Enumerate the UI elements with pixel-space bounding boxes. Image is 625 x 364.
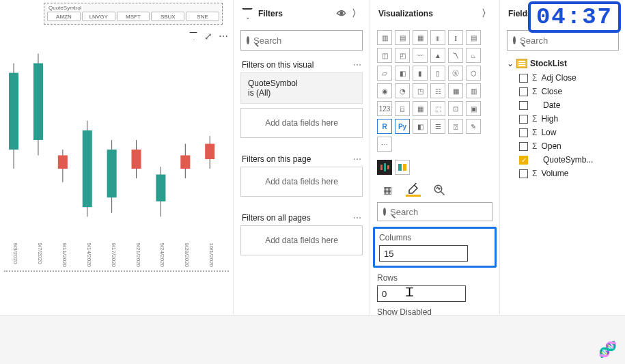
all-filter-dropwell[interactable]: Add data fields here — [240, 225, 363, 255]
custom-visual-icon[interactable] — [395, 160, 410, 175]
visualizations-pane: Visualizations 〉 ▥▤▦⫼⫿▤◫◰〰▲〽⏢▱◧▮▯㊔⬡◉◔◳☷▦… — [370, 0, 499, 364]
toggle-visibility-icon[interactable]: 👁 — [337, 8, 346, 19]
slicer-item-lnvgy[interactable]: LNVGY — [82, 12, 115, 21]
svg-rect-22 — [180, 155, 190, 169]
viz-type-icon[interactable]: ◰ — [395, 48, 410, 63]
field-row[interactable]: ΣLow — [500, 126, 625, 139]
collapse-pane-icon[interactable]: 〉 — [352, 8, 361, 20]
fields-tab-icon[interactable]: ▦ — [380, 184, 395, 197]
field-row[interactable]: ✓QuoteSymb... — [500, 153, 625, 167]
viz-type-icon[interactable]: ▯ — [430, 66, 445, 81]
svg-rect-10 — [83, 130, 92, 207]
viz-type-icon[interactable]: ▦ — [413, 101, 428, 116]
slicer-visual[interactable]: QuoteSymbol AMZNLNVGYMSFTSBUXSNE — [44, 3, 223, 25]
visual-filter-dropwell[interactable]: Add data fields here — [240, 108, 363, 138]
timer-overlay: 04:37 — [528, 1, 621, 33]
viz-type-icon[interactable]: ✎ — [466, 119, 481, 134]
section-menu-icon[interactable]: ⋯ — [353, 213, 361, 223]
report-canvas[interactable]: QuoteSymbol AMZNLNVGYMSFTSBUXSNE ⤢ ⋯ 9/3… — [0, 0, 233, 314]
columns-input[interactable] — [379, 245, 468, 262]
format-search[interactable] — [377, 202, 492, 221]
analytics-tab-icon[interactable] — [432, 184, 447, 197]
filter-card-quotesymbol[interactable]: QuoteSymbol is (All) — [240, 72, 363, 104]
viz-type-icon[interactable]: ▥ — [466, 83, 481, 98]
viz-type-icon[interactable]: ⏢ — [466, 48, 481, 63]
field-checkbox[interactable] — [519, 115, 528, 124]
viz-type-icon[interactable]: ⫼ — [430, 30, 445, 45]
collapse-pane-icon[interactable]: 〉 — [482, 8, 491, 20]
svg-text:9/3/2020: 9/3/2020 — [12, 242, 18, 264]
field-row[interactable]: ΣClose — [500, 85, 625, 98]
sigma-icon: Σ — [532, 169, 537, 178]
viz-type-icon[interactable]: ▣ — [466, 101, 481, 116]
viz-type-icon[interactable]: R — [377, 119, 392, 134]
viz-type-icon[interactable]: ▤ — [395, 30, 410, 45]
slicer-item-msft[interactable]: MSFT — [117, 12, 150, 21]
field-checkbox[interactable] — [519, 128, 528, 137]
viz-type-icon[interactable]: ⫿ — [448, 30, 463, 45]
page-filter-dropwell[interactable]: Add data fields here — [240, 167, 363, 197]
filters-section-all-title: Filters on all pages — [242, 213, 311, 223]
viz-type-icon[interactable]: ◫ — [377, 48, 392, 63]
viz-type-icon[interactable]: ☷ — [430, 83, 445, 98]
viz-type-icon[interactable]: ▤ — [466, 30, 481, 45]
viz-type-icon[interactable]: ▲ — [430, 48, 445, 63]
section-menu-icon[interactable]: ⋯ — [353, 60, 361, 70]
field-checkbox[interactable]: ✓ — [519, 156, 528, 165]
viz-type-icon[interactable]: ⋯ — [377, 137, 392, 152]
field-checkbox[interactable] — [519, 169, 528, 178]
slicer-item-amzn[interactable]: AMZN — [47, 12, 81, 21]
candlestick-visual-icon[interactable] — [377, 160, 392, 175]
viz-type-icon[interactable]: 123 — [377, 101, 392, 116]
field-checkbox[interactable] — [519, 101, 528, 110]
field-row[interactable]: ΣAdj Close — [500, 71, 625, 85]
fields-search[interactable] — [507, 30, 619, 51]
viz-type-icon[interactable]: ⊡ — [448, 101, 463, 116]
filters-search-input[interactable] — [253, 36, 368, 46]
field-name: Date — [543, 100, 560, 110]
field-checkbox[interactable] — [519, 142, 528, 151]
viz-type-icon[interactable]: ⬡ — [466, 66, 481, 81]
svg-rect-19 — [156, 175, 165, 201]
field-row[interactable]: ΣHigh — [500, 112, 625, 126]
viz-type-icon[interactable]: ▦ — [413, 30, 428, 45]
field-row[interactable]: ΣOpen — [500, 139, 625, 153]
field-row[interactable]: ΣVolume — [500, 167, 625, 180]
viz-type-icon[interactable]: ◧ — [413, 119, 428, 134]
field-name: High — [541, 114, 558, 124]
table-stocklist[interactable]: ⌄ StockList — [500, 56, 625, 71]
field-checkbox[interactable] — [519, 74, 528, 83]
slicer-item-sne[interactable]: SNE — [186, 12, 219, 21]
viz-type-icon[interactable]: ▥ — [377, 30, 392, 45]
viz-type-icon[interactable]: ◳ — [413, 83, 428, 98]
filters-search[interactable] — [240, 30, 363, 51]
viz-type-icon[interactable]: ⌼ — [395, 101, 410, 116]
viz-type-icon[interactable]: ▱ — [377, 66, 392, 81]
viz-type-icon[interactable]: ◉ — [377, 83, 392, 98]
rows-input[interactable] — [377, 285, 466, 302]
svg-rect-4 — [33, 64, 43, 140]
viz-type-icon[interactable]: ▦ — [448, 83, 463, 98]
field-checkbox[interactable] — [519, 87, 528, 96]
fields-search-input[interactable] — [520, 36, 625, 46]
viz-type-icon[interactable]: ◧ — [395, 66, 410, 81]
format-search-input[interactable] — [390, 207, 505, 217]
viz-type-icon[interactable]: 〰 — [413, 48, 428, 63]
field-row[interactable]: Date — [500, 98, 625, 112]
viz-type-icon[interactable]: ☰ — [430, 119, 445, 134]
slicer-item-sbux[interactable]: SBUX — [151, 12, 184, 21]
section-menu-icon[interactable]: ⋯ — [353, 154, 361, 164]
svg-rect-25 — [205, 144, 214, 159]
field-name: Low — [541, 128, 556, 137]
viz-type-icon[interactable]: ◔ — [395, 83, 410, 98]
viz-type-icon[interactable]: ▮ — [413, 66, 428, 81]
viz-type-icon[interactable]: Py — [395, 119, 410, 134]
viz-type-icon[interactable]: 〽 — [448, 48, 463, 63]
viz-type-icon[interactable]: ⬚ — [430, 101, 445, 116]
viz-type-icon[interactable]: ㊔ — [448, 66, 463, 81]
sigma-icon: Σ — [532, 141, 537, 151]
collapse-toggle-icon[interactable]: ⌄ — [507, 59, 514, 68]
viz-type-icon[interactable]: ⍰ — [448, 119, 463, 134]
format-tab-icon[interactable] — [406, 184, 421, 197]
candlestick-chart[interactable]: 9/3/20209/7/20209/11/20209/14/20209/17/2… — [0, 31, 233, 270]
